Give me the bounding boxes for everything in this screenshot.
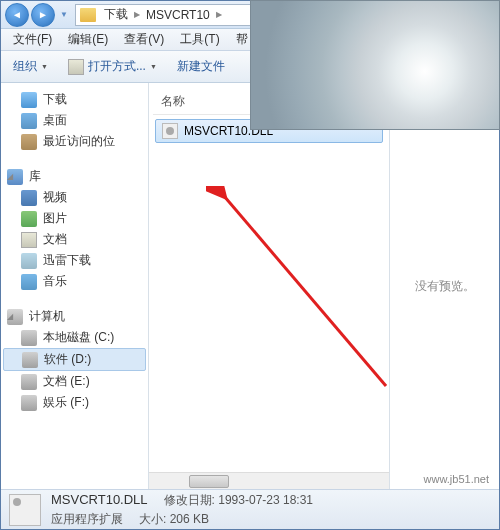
chevron-right-icon[interactable]: ▶ (212, 10, 226, 19)
drive-icon (21, 374, 37, 390)
drive-icon (22, 352, 38, 368)
modified-label: 修改日期: (164, 493, 215, 507)
menu-edit[interactable]: 编辑(E) (60, 29, 116, 50)
sidebar-item-documents[interactable]: 文档 (3, 229, 146, 250)
sidebar-item-music[interactable]: 音乐 (3, 271, 146, 292)
size-label: 大小: (139, 512, 166, 526)
collapse-icon[interactable]: ◢ (7, 172, 13, 181)
document-icon (21, 232, 37, 248)
xunlei-icon (21, 253, 37, 269)
chevron-down-icon: ▼ (41, 63, 48, 70)
horizontal-scrollbar[interactable] (149, 472, 389, 489)
sidebar-item-drive-e[interactable]: 文档 (E:) (3, 371, 146, 392)
back-button[interactable]: ◄ (5, 3, 29, 27)
organize-button[interactable]: 组织▼ (7, 55, 54, 78)
picture-icon (21, 211, 37, 227)
scrollbar-thumb[interactable] (189, 475, 229, 488)
folder-icon (80, 8, 96, 22)
nav-pane: 下载 桌面 最近访问的位 ◢库 视频 图片 文档 迅雷下载 音乐 ◢计算机 本地… (1, 83, 149, 489)
size-value: 206 KB (170, 512, 209, 526)
drive-icon (21, 395, 37, 411)
status-filetype: 应用程序扩展 (51, 511, 123, 528)
sidebar-item-drive-c[interactable]: 本地磁盘 (C:) (3, 327, 146, 348)
new-folder-button[interactable]: 新建文件 (171, 55, 231, 78)
status-filename: MSVCRT10.DLL (51, 492, 148, 509)
menu-view[interactable]: 查看(V) (116, 29, 172, 50)
menu-file[interactable]: 文件(F) (5, 29, 60, 50)
app-icon (68, 59, 84, 75)
annotation-arrow (206, 186, 406, 406)
sidebar-item-desktop[interactable]: 桌面 (3, 110, 146, 131)
dll-icon (162, 123, 178, 139)
overlay-image (250, 0, 500, 130)
dll-icon (9, 494, 41, 526)
menu-tools[interactable]: 工具(T) (172, 29, 227, 50)
watermark: www.jb51.net (424, 473, 489, 485)
sidebar-item-computer[interactable]: ◢计算机 (3, 306, 146, 327)
video-icon (21, 190, 37, 206)
crumb-downloads[interactable]: 下载 (102, 6, 130, 23)
details-pane: MSVCRT10.DLL 修改日期: 1993-07-23 18:31 应用程序… (1, 489, 499, 529)
nav-history-dropdown[interactable]: ▼ (57, 4, 71, 26)
sidebar-item-recent[interactable]: 最近访问的位 (3, 131, 146, 152)
svg-line-0 (224, 196, 386, 386)
no-preview-label: 没有预览。 (415, 278, 475, 295)
sidebar-item-downloads[interactable]: 下载 (3, 89, 146, 110)
desktop-icon (21, 113, 37, 129)
crumb-folder[interactable]: MSVCRT10 (144, 8, 212, 22)
sidebar-item-videos[interactable]: 视频 (3, 187, 146, 208)
recent-icon (21, 134, 37, 150)
sidebar-item-pictures[interactable]: 图片 (3, 208, 146, 229)
sidebar-item-drive-f[interactable]: 娱乐 (F:) (3, 392, 146, 413)
sidebar-item-xunlei[interactable]: 迅雷下载 (3, 250, 146, 271)
chevron-right-icon[interactable]: ▶ (130, 10, 144, 19)
open-with-button[interactable]: 打开方式...▼ (62, 55, 163, 78)
modified-date: 1993-07-23 18:31 (218, 493, 313, 507)
chevron-down-icon: ▼ (150, 63, 157, 70)
music-icon (21, 274, 37, 290)
forward-button[interactable]: ► (31, 3, 55, 27)
collapse-icon[interactable]: ◢ (7, 312, 13, 321)
drive-icon (21, 330, 37, 346)
sidebar-item-libraries[interactable]: ◢库 (3, 166, 146, 187)
sidebar-item-drive-d[interactable]: 软件 (D:) (3, 348, 146, 371)
download-icon (21, 92, 37, 108)
